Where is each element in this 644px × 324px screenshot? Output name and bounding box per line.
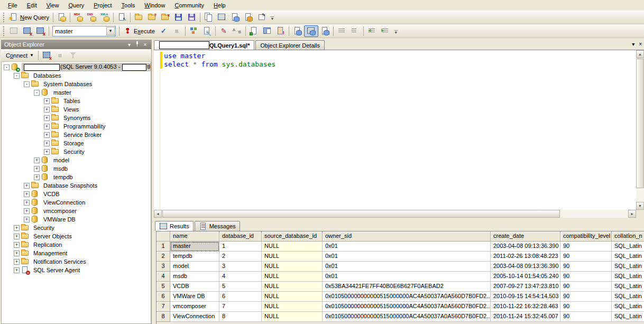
row-number[interactable]: 6 (157, 292, 170, 302)
parse-button[interactable]: ✓ (157, 25, 170, 37)
connect-folder-button[interactable]: ? (145, 12, 159, 23)
active-files-dropdown-button[interactable]: ▾ (632, 41, 634, 47)
grid-cell[interactable]: SQL_Latin (612, 262, 644, 272)
row-number[interactable]: 3 (157, 262, 170, 272)
editor-selection-margin[interactable] (154, 50, 160, 210)
grid-cell[interactable]: 0x01 (323, 242, 491, 252)
menu-item-project[interactable]: Project (89, 1, 116, 10)
grid-cell[interactable]: 90 (560, 302, 612, 312)
grid-cell[interactable]: 3 (219, 262, 262, 272)
template-parameters-button[interactable]: A→B (231, 25, 244, 37)
grid-cell[interactable]: NULL (262, 272, 323, 282)
tree-item-server-objects[interactable]: +Server Objects (2, 232, 151, 240)
scrollbar-thumb[interactable] (162, 210, 560, 218)
scroll-down-icon[interactable]: ▼ (636, 202, 644, 210)
grid-cell[interactable]: 5 (219, 282, 262, 292)
tree-item-viewconnection[interactable]: +ViewConnection (2, 198, 151, 207)
column-header-name[interactable]: name (170, 232, 219, 242)
grid-cell[interactable]: SQL_Latin (612, 292, 644, 302)
sqlcmd-mode-button[interactable]: ! (274, 25, 287, 37)
tree-item-replication[interactable]: +Replication (2, 240, 151, 249)
database-combobox[interactable]: master ▼ (52, 26, 116, 36)
expand-toggle[interactable]: + (14, 251, 20, 256)
oe-stop-button[interactable]: ■ (53, 50, 67, 61)
actual-plan-button[interactable] (247, 25, 261, 37)
expand-toggle[interactable]: + (34, 166, 40, 172)
results-to-grid-button[interactable] (304, 25, 318, 37)
database-engine-query-button[interactable] (55, 12, 68, 23)
tree-item-management[interactable]: +Management (2, 249, 151, 257)
connect-dropdown-button[interactable]: Connect ▼ (3, 51, 36, 60)
code-line[interactable]: select * from sys.databases (164, 60, 636, 69)
grid-cell[interactable]: NULL (262, 262, 323, 272)
expand-toggle[interactable]: + (14, 225, 20, 231)
grid-cell[interactable]: vmcomposer (170, 302, 219, 312)
grid-cell[interactable]: 4 (219, 272, 262, 282)
chevron-down-icon[interactable]: ▼ (106, 27, 115, 35)
row-number[interactable]: 1 (157, 242, 170, 252)
disconnect-button[interactable]: x (21, 25, 34, 37)
grid-cell[interactable]: 7 (219, 302, 262, 312)
grid-cell[interactable]: 90 (560, 252, 612, 262)
scroll-left-icon[interactable]: ◄ (154, 210, 162, 218)
toolbar-grip[interactable] (3, 26, 6, 36)
grid-cell[interactable]: 90 (560, 272, 612, 282)
column-header-owner-sid[interactable]: owner_sid (323, 232, 491, 242)
expand-toggle[interactable]: + (44, 141, 50, 146)
grid-corner-cell[interactable] (157, 232, 170, 242)
tree-item-views[interactable]: +Views (2, 105, 151, 114)
menu-item-query[interactable]: Query (63, 1, 89, 10)
close-document-button[interactable]: × (639, 41, 642, 47)
grid-cell[interactable]: SQL_Latin (612, 282, 644, 292)
grid-cell[interactable]: 2003-04-08 09:13:36.390 (491, 262, 560, 272)
expand-toggle[interactable]: + (44, 98, 50, 104)
grid-cell[interactable]: 8 (219, 312, 262, 322)
profiler-button[interactable] (242, 12, 255, 23)
tree-item-tables[interactable]: +Tables (2, 97, 151, 105)
expand-toggle[interactable]: - (34, 90, 40, 96)
grid-cell[interactable]: ViewConnection (170, 312, 219, 322)
results-to-text-button[interactable] (291, 25, 304, 37)
column-header-create-date[interactable]: create_date (491, 232, 560, 242)
toolbar-overflow-button[interactable]: —▼ (269, 12, 275, 23)
tree-item-notification-services[interactable]: +Notification Services (2, 257, 151, 266)
grid-cell[interactable]: NULL (262, 292, 323, 302)
row-number[interactable]: 7 (157, 302, 170, 312)
grid-cell[interactable]: 90 (560, 262, 612, 272)
grid-cell[interactable]: 2011-02-26 13:08:48.223 (491, 252, 560, 262)
xmla-query-button[interactable]: XMLA (98, 12, 112, 23)
grid-cell[interactable]: NULL (262, 242, 323, 252)
grid-cell[interactable]: NULL (262, 252, 323, 262)
estimated-plan-button[interactable] (187, 25, 200, 37)
menu-item-tools[interactable]: Tools (117, 1, 140, 10)
new-query-button[interactable]: ✱ New Query (7, 12, 51, 23)
grid-cell[interactable]: 2005-10-14 01:54:05.240 (491, 272, 560, 282)
scroll-up-icon[interactable]: ▲ (636, 50, 644, 58)
grid-cell[interactable]: NULL (262, 302, 323, 312)
close-button[interactable]: × (141, 42, 149, 48)
tree-item-model[interactable]: +model (2, 156, 151, 164)
grid-cell[interactable]: 2007-09-27 13:47:23.810 (491, 282, 560, 292)
results-to-file-button[interactable] (318, 25, 332, 37)
mdx-query-button[interactable]: MDX (72, 12, 85, 23)
grid-cell[interactable]: 2010-09-15 14:54:14.503 (491, 292, 560, 302)
expand-toggle[interactable]: + (24, 217, 30, 223)
code-line[interactable]: use master (164, 52, 636, 60)
column-header-source-database-id[interactable]: source_database_id (262, 232, 323, 242)
design-query-button[interactable]: ✎ (217, 25, 231, 37)
tree-item-master[interactable]: -master (2, 88, 151, 97)
grid-cell[interactable]: 90 (560, 292, 612, 302)
grid-cell[interactable]: 90 (560, 312, 612, 322)
analyze-query-dta-button[interactable]: 🔧 (200, 25, 214, 37)
tree-item-vmware-db[interactable]: +VMWare DB (2, 215, 151, 224)
menu-item-view[interactable]: View (42, 1, 64, 10)
tree-item-vmcomposer[interactable]: +vmcomposer (2, 207, 151, 215)
query-editor[interactable]: use masterselect * from sys.databases ▲ … (154, 50, 644, 218)
expand-toggle[interactable]: + (24, 191, 30, 197)
menu-item-community[interactable]: Community (170, 1, 209, 10)
expand-toggle[interactable]: + (34, 174, 40, 180)
connect-button[interactable] (7, 25, 21, 37)
expand-toggle[interactable]: + (24, 183, 30, 189)
grid-cell[interactable]: 0x01 (323, 272, 491, 282)
tree-item-tempdb[interactable]: +tempdb (2, 173, 151, 181)
